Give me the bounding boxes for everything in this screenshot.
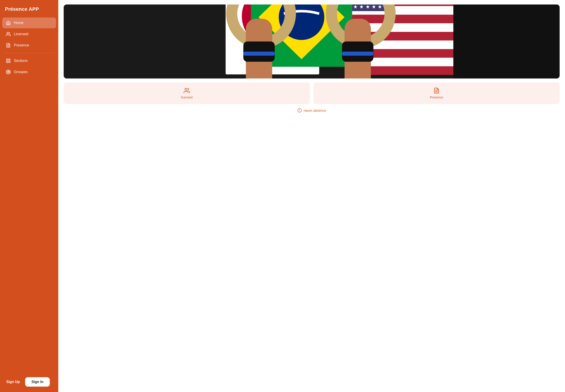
svg-rect-3	[6, 59, 8, 60]
app-title: Présence APP	[0, 0, 58, 17]
sidebar-item-home[interactable]: Home	[2, 17, 56, 28]
svg-point-41	[185, 88, 187, 90]
sidebar-item-presence[interactable]: Presence	[2, 40, 56, 51]
signup-button[interactable]: Sign Up	[4, 378, 22, 386]
svg-rect-39	[342, 52, 373, 56]
nav-primary: Home Licensed	[0, 17, 58, 51]
presence-card-icon	[433, 87, 440, 94]
licensed-card-label: licensed	[181, 96, 192, 99]
hero-image: ★ ★ ★ ★ ★ ★ ★ ★ ★ ★ ★ ★ ★ ★ ★ ★ ★ ★ ★ ★ …	[64, 4, 560, 79]
licensed-card-icon	[184, 87, 190, 94]
report-absence-row[interactable]: report absence	[64, 108, 560, 112]
report-absence-icon	[297, 108, 302, 112]
card-row: licensed Presence	[64, 83, 560, 104]
sidebar-footer: Sign Up Sign In	[0, 372, 58, 392]
report-absence-label: report absence	[303, 109, 326, 112]
sidebar-item-licensed-label: Licensed	[14, 32, 28, 36]
svg-rect-4	[9, 59, 10, 60]
sidebar: Présence APP Home Licensed	[0, 0, 58, 392]
sidebar-item-presence-label: Presence	[14, 43, 29, 47]
nav-divider	[4, 53, 55, 53]
svg-rect-36	[243, 52, 275, 56]
sidebar-item-sections[interactable]: Sections	[2, 56, 56, 66]
groupes-icon	[6, 70, 11, 74]
home-icon	[6, 20, 11, 25]
sidebar-item-home-label: Home	[14, 21, 24, 25]
licensed-card[interactable]: licensed	[64, 83, 310, 104]
svg-rect-29	[453, 4, 560, 79]
licensed-icon	[6, 32, 11, 37]
sidebar-item-sections-label: Sections	[14, 59, 28, 63]
sidebar-item-licensed[interactable]: Licensed	[2, 29, 56, 40]
presence-card[interactable]: Presence	[314, 83, 560, 104]
svg-rect-9	[64, 4, 226, 79]
svg-rect-5	[6, 61, 8, 63]
presence-card-label: Presence	[430, 96, 443, 99]
sections-icon	[6, 58, 11, 63]
signin-button[interactable]: Sign In	[25, 377, 50, 387]
presence-icon	[6, 43, 11, 48]
nav-secondary: Sections Groupes	[0, 56, 58, 77]
sidebar-item-groupes[interactable]: Groupes	[2, 67, 56, 77]
sidebar-item-groupes-label: Groupes	[14, 70, 28, 74]
svg-rect-6	[9, 61, 10, 63]
main-content: ★ ★ ★ ★ ★ ★ ★ ★ ★ ★ ★ ★ ★ ★ ★ ★ ★ ★ ★ ★ …	[58, 0, 565, 392]
svg-point-0	[7, 32, 9, 34]
